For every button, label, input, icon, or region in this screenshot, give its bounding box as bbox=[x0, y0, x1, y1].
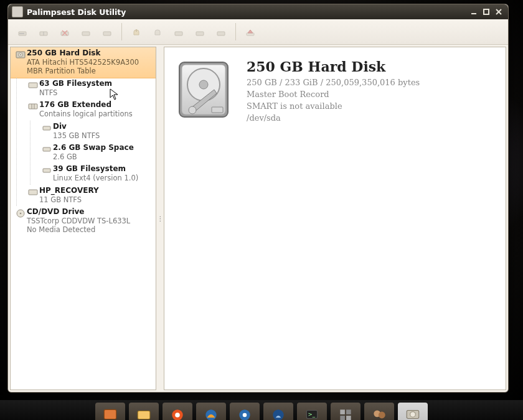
svg-rect-27 bbox=[43, 169, 50, 172]
svg-rect-22 bbox=[29, 104, 37, 109]
tool-partition-icon[interactable] bbox=[34, 22, 53, 41]
tree-item-subtitle: NTFS bbox=[39, 88, 152, 97]
svg-rect-1 bbox=[484, 9, 489, 14]
window-title: Palimpsest Disk Utility bbox=[27, 7, 467, 17]
taskbar-item[interactable] bbox=[163, 403, 192, 420]
pane-splitter[interactable] bbox=[158, 47, 162, 390]
detail-scheme: Master Boot Record bbox=[247, 89, 420, 101]
partition-icon bbox=[27, 101, 39, 118]
svg-rect-12 bbox=[103, 32, 111, 35]
tree-item-title: 39 GB Filesystem bbox=[53, 164, 152, 174]
tree-item-extended[interactable]: 176 GB Extended Contains logical partiti… bbox=[11, 99, 156, 120]
svg-rect-50 bbox=[346, 416, 351, 420]
tree-item-subtitle: 11 GB NTFS bbox=[39, 195, 152, 204]
taskbar-item[interactable] bbox=[95, 403, 125, 420]
detail-smart: SMART is not available bbox=[247, 101, 420, 113]
svg-point-44 bbox=[273, 409, 283, 420]
taskbar-item[interactable] bbox=[230, 403, 260, 420]
taskbar-item[interactable] bbox=[196, 403, 226, 420]
tool-format-icon[interactable] bbox=[13, 22, 32, 41]
svg-point-40 bbox=[175, 413, 180, 418]
partition-icon bbox=[27, 187, 39, 204]
svg-rect-14 bbox=[175, 32, 182, 35]
taskbar-item[interactable] bbox=[129, 403, 159, 420]
tree-item-subtitle: TSSTcorp CDDVDW TS-L633L bbox=[27, 217, 152, 225]
taskbar-item-active[interactable] bbox=[398, 403, 428, 420]
tree-item-subtitle: ATA Hitachi HTS542525K9A300 bbox=[27, 58, 152, 67]
tool-mount-icon[interactable] bbox=[127, 22, 146, 41]
toolbar bbox=[8, 19, 508, 45]
tool-benchmark-icon[interactable] bbox=[191, 22, 209, 41]
tree-item-subtitle-2: MBR Partition Table bbox=[27, 67, 152, 75]
svg-rect-17 bbox=[247, 33, 254, 35]
tree-item-subtitle-2: No Media Detected bbox=[27, 225, 152, 234]
svg-point-54 bbox=[410, 412, 416, 418]
svg-rect-38 bbox=[138, 411, 150, 419]
partition-icon bbox=[40, 166, 53, 182]
tree-item-swap[interactable]: 2.6 GB Swap Space 2.6 GB bbox=[11, 142, 156, 163]
svg-rect-16 bbox=[217, 32, 225, 35]
taskbar[interactable]: >_ bbox=[0, 400, 523, 420]
tree-item-optical[interactable]: CD/DVD Drive TSSTcorp CDDVDW TS-L633L No… bbox=[11, 206, 156, 236]
drive-icon bbox=[14, 50, 27, 76]
taskbar-item[interactable] bbox=[331, 403, 360, 420]
optical-drive-icon bbox=[14, 208, 27, 235]
tree-item-subtitle: 135 GB NTFS bbox=[53, 131, 152, 140]
tree-item-hard-disk[interactable]: 250 GB Hard Disk ATA Hitachi HTS542525K9… bbox=[11, 47, 156, 78]
tree-item-partition[interactable]: 63 GB Filesystem NTFS bbox=[11, 78, 156, 99]
detail-pane: 250 GB Hard Disk 250 GB / 233 GiB / 250,… bbox=[164, 47, 506, 390]
close-button[interactable] bbox=[493, 7, 504, 17]
tool-delete-icon[interactable] bbox=[55, 22, 74, 41]
svg-rect-21 bbox=[29, 83, 37, 88]
hard-disk-icon bbox=[176, 58, 232, 121]
partition-icon bbox=[27, 80, 39, 97]
svg-rect-37 bbox=[104, 409, 116, 419]
tree-item-subtitle: Contains logical partitions bbox=[39, 110, 152, 118]
svg-rect-28 bbox=[29, 190, 37, 195]
app-window: Palimpsest Disk Utility bbox=[7, 4, 509, 393]
toolbar-separator-2 bbox=[235, 23, 236, 40]
detail-size: 250 GB / 233 GiB / 250,059,350,016 bytes bbox=[247, 77, 420, 89]
maximize-button[interactable] bbox=[481, 7, 492, 17]
partition-icon bbox=[40, 123, 53, 140]
svg-rect-26 bbox=[43, 147, 50, 151]
taskbar-item[interactable] bbox=[263, 403, 293, 420]
svg-rect-36 bbox=[212, 107, 223, 113]
tree-item-subtitle: 2.6 GB bbox=[53, 152, 152, 161]
svg-rect-48 bbox=[346, 409, 351, 414]
svg-text:>_: >_ bbox=[308, 411, 316, 418]
app-icon bbox=[12, 6, 23, 17]
tool-safely-remove-icon[interactable] bbox=[212, 22, 230, 41]
device-tree[interactable]: 250 GB Hard Disk ATA Hitachi HTS542525K9… bbox=[10, 47, 156, 390]
tool-erase-icon[interactable] bbox=[241, 22, 260, 41]
detail-title: 250 GB Hard Disk bbox=[247, 58, 420, 75]
tree-item-title: Div bbox=[53, 122, 152, 131]
partition-icon bbox=[40, 144, 53, 161]
taskbar-item[interactable] bbox=[364, 403, 394, 420]
tree-item-title: 250 GB Hard Disk bbox=[27, 49, 152, 58]
taskbar-item[interactable]: >_ bbox=[297, 403, 327, 420]
svg-point-20 bbox=[20, 54, 21, 55]
tree-item-title: 2.6 GB Swap Space bbox=[53, 143, 152, 152]
tree-item-logical[interactable]: Div 135 GB NTFS bbox=[11, 121, 156, 142]
tree-item-title: CD/DVD Drive bbox=[27, 207, 152, 217]
detail-device: /dev/sda bbox=[247, 113, 420, 124]
tool-check-icon[interactable] bbox=[98, 22, 116, 41]
svg-rect-13 bbox=[136, 29, 137, 32]
tool-label-icon[interactable] bbox=[77, 22, 95, 41]
svg-point-43 bbox=[243, 413, 247, 418]
minimize-button[interactable] bbox=[468, 7, 479, 17]
tool-unmount-icon[interactable] bbox=[148, 22, 167, 41]
svg-point-52 bbox=[379, 412, 385, 419]
tree-item-title: HP_RECOVERY bbox=[39, 186, 152, 195]
tree-item-logical[interactable]: 39 GB Filesystem Linux Ext4 (version 1.0… bbox=[11, 163, 156, 184]
tree-item-partition[interactable]: HP_RECOVERY 11 GB NTFS bbox=[11, 185, 156, 206]
tool-eject-icon[interactable] bbox=[169, 22, 188, 41]
tree-item-title: 176 GB Extended bbox=[39, 100, 152, 110]
svg-rect-49 bbox=[340, 416, 345, 420]
svg-rect-47 bbox=[340, 409, 345, 414]
tree-item-title: 63 GB Filesystem bbox=[39, 79, 152, 88]
svg-rect-5 bbox=[19, 33, 24, 34]
svg-point-30 bbox=[20, 213, 22, 215]
title-bar[interactable]: Palimpsest Disk Utility bbox=[8, 4, 508, 19]
